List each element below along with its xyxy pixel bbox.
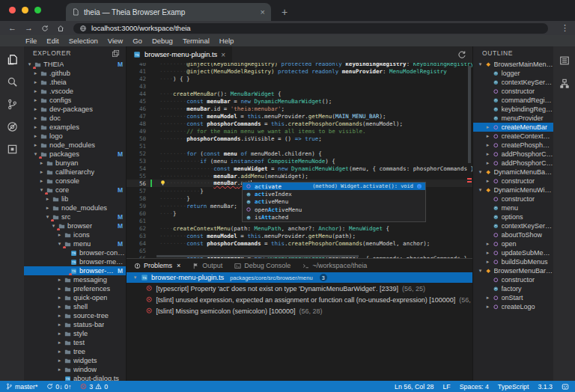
tree-item-node-modules[interactable]: ▸node_modules	[24, 203, 126, 212]
code-line-45[interactable]: 45········const menuBar = new DynamicMen…	[127, 97, 472, 105]
tree-item-bunyan[interactable]: ▸bunyan	[24, 159, 126, 168]
chevron-expanded-icon[interactable]: ▾	[27, 61, 32, 67]
address-bar[interactable]: localhost:3000/workspace/theia	[73, 23, 548, 34]
tree-item-lib[interactable]: ▸lib	[24, 195, 126, 203]
tree-item-menu[interactable]: ▾menuM	[24, 239, 126, 248]
tree-item-src[interactable]: ▾srcM	[24, 212, 126, 221]
status-item[interactable]: TypeScript	[498, 383, 529, 391]
outline-item-options[interactable]: options	[473, 212, 553, 221]
tree-item-browser[interactable]: ▾browserM	[24, 221, 126, 230]
chevron-collapsed-icon[interactable]: ▸	[33, 79, 38, 85]
chevron-collapsed-icon[interactable]: ▸	[485, 241, 490, 247]
outline-item-menu[interactable]: menu	[473, 203, 553, 212]
tree-item-packages[interactable]: ▾packagesM	[24, 150, 126, 159]
outline-item-contextkeyservice[interactable]: contextKeyService	[473, 78, 553, 87]
reload-button[interactable]	[41, 25, 49, 32]
chevron-collapsed-icon[interactable]: ▸	[33, 133, 38, 139]
info-icon[interactable]: i	[416, 183, 422, 189]
menu-item-terminal[interactable]: Terminal	[183, 37, 210, 45]
chevron-collapsed-icon[interactable]: ▸	[485, 295, 490, 301]
code-line-42[interactable]: 42····) { }	[127, 75, 472, 82]
tree-item-browser-context-menu-r...[interactable]: TSbrowser-context-menu-r...	[24, 248, 126, 257]
editor-vertical-scrollbar[interactable]	[468, 66, 471, 163]
status-item[interactable]: Spaces: 4	[460, 383, 489, 391]
suggestion-item[interactable]: openActiveMenu	[243, 206, 425, 213]
editor-tab-close-icon[interactable]: ×	[221, 51, 225, 59]
chevron-collapsed-icon[interactable]: ▸	[485, 259, 490, 265]
problems-file-row[interactable]: ▾ TS browser-menu-plugin.ts packages/cor…	[127, 272, 472, 283]
outline-item-createphosphorcomma-[interactable]: ▸createPhosphorComma...	[473, 141, 553, 150]
outline-item-contextkeyservice[interactable]: contextKeyService	[473, 221, 553, 230]
outline-item-menuprovider[interactable]: menuProvider	[473, 114, 553, 123]
home-button[interactable]	[57, 25, 64, 32]
chevron-expanded-icon[interactable]: ▾	[57, 241, 62, 247]
problem-row[interactable]: [tslint] Missing semicolon (semicolon) […	[127, 305, 472, 316]
outline-item-createmenubar[interactable]: ▸createMenuBar	[473, 123, 553, 132]
chevron-collapsed-icon[interactable]: ▸	[57, 232, 62, 238]
outline-item-keybindingregistry[interactable]: keybindingRegistry	[473, 105, 553, 114]
outline-item-browsermenubarcontrib-[interactable]: ▾BrowserMenuBarContrib...	[473, 266, 553, 275]
tree-item-widgets[interactable]: ▸widgets	[24, 356, 126, 365]
chevron-collapsed-icon[interactable]: ▸	[485, 151, 490, 157]
code-line-63[interactable]: 63········const menuModel = this.menuPro…	[127, 232, 472, 239]
outline-item-constructor[interactable]: constructor	[473, 195, 553, 203]
code-line-48[interactable]: 48········const phosphorCommands = this.…	[127, 120, 472, 127]
outline-item-addphosphorcommand[interactable]: ▸addPhosphorCommand	[473, 159, 553, 168]
chevron-collapsed-icon[interactable]: ▸	[57, 331, 62, 337]
open-editors-icon[interactable]	[112, 49, 120, 58]
outline-item-dynamicmenuwidget[interactable]: ▾DynamicMenuWidget	[473, 186, 553, 195]
panel-tab-problems[interactable]: Problems×	[134, 262, 180, 269]
outline-item-dynamicmenubarwidget[interactable]: ▾DynamicMenuBarWidget	[473, 168, 553, 177]
plugin-icon[interactable]	[7, 144, 18, 155]
back-button[interactable]: ←	[8, 24, 16, 32]
tree-item-source-tree[interactable]: ▸source-tree	[24, 311, 126, 320]
outline-item-factory[interactable]: factory	[473, 284, 553, 293]
outline-item-abouttoshow[interactable]: aboutToShow	[473, 230, 553, 239]
status-item[interactable]: 0↓ 0↑	[46, 383, 71, 391]
maximize-window-button[interactable]	[34, 7, 41, 13]
code-line-41[interactable]: 41········@inject(MenuModelRegistry) pro…	[127, 67, 472, 75]
chevron-expanded-icon[interactable]: ▾	[478, 268, 483, 274]
code-line-55[interactable]: 55················menuBar.addMenu(menuWi…	[127, 172, 472, 180]
forward-button[interactable]: →	[25, 24, 33, 32]
chevron-expanded-icon[interactable]: ▾	[39, 187, 44, 193]
browser-menu-icon[interactable]: ⋮	[561, 23, 569, 33]
chevron-collapsed-icon[interactable]: ▸	[57, 286, 62, 292]
chevron-collapsed-icon[interactable]: ▸	[57, 295, 62, 301]
panel-tab-debug-console[interactable]: Debug Console	[234, 262, 290, 269]
chevron-collapsed-icon[interactable]: ▸	[57, 322, 62, 328]
outline-item-open[interactable]: ▸open	[473, 239, 553, 248]
chevron-expanded-icon[interactable]: ▾	[45, 214, 50, 220]
files-icon[interactable]	[7, 54, 18, 65]
tree-item-test[interactable]: ▸test	[24, 338, 126, 347]
chevron-expanded-icon[interactable]: ▾	[478, 61, 483, 67]
tree-item-configs[interactable]: ▸configs	[24, 96, 126, 105]
menu-item-edit[interactable]: Edit	[46, 37, 58, 45]
chevron-collapsed-icon[interactable]: ▸	[33, 124, 38, 130]
chevron-collapsed-icon[interactable]: ▸	[45, 196, 50, 202]
tree-item-doc[interactable]: ▸doc	[24, 114, 126, 123]
chevron-collapsed-icon[interactable]: ▸	[39, 169, 44, 175]
tree-item-browser-menu-plugin.ts[interactable]: TSbrowser-menu-plugin.tsM	[24, 266, 126, 275]
tree-item-window[interactable]: ▸window	[24, 365, 126, 374]
status-item[interactable]: LF	[442, 383, 450, 391]
outline-item-constructor[interactable]: constructor	[473, 87, 553, 96]
chevron-collapsed-icon[interactable]: ▸	[57, 358, 62, 364]
debug-icon[interactable]	[7, 121, 18, 132]
code-line-65[interactable]: 65	[127, 247, 472, 254]
menu-item-go[interactable]: Go	[133, 37, 142, 45]
outline-item-constructor[interactable]: constructor	[473, 275, 553, 284]
code-line-44[interactable]: 44····createMenuBar(): MenuBarWidget {	[127, 90, 472, 97]
suggestion-item[interactable]: activeMenu	[243, 198, 425, 206]
outline-item-createcontextmenu[interactable]: ▸createContextMenu	[473, 132, 553, 141]
code-line-62[interactable]: 62····createContextMenu(path: MenuPath, …	[127, 224, 472, 232]
tree-item-callhierarchy[interactable]: ▸callhierarchy	[24, 168, 126, 177]
tree-item-quick-open[interactable]: ▸quick-open	[24, 293, 126, 302]
code-line-64[interactable]: 64········const phosphorCommands = this.…	[127, 239, 472, 247]
tree-item-style[interactable]: ▸style	[24, 329, 126, 338]
suggestion-item[interactable]: isAttached	[243, 214, 425, 221]
chevron-collapsed-icon[interactable]: ▸	[57, 304, 62, 310]
status-item[interactable]: 3.1.3	[538, 383, 553, 391]
code-line-46[interactable]: 46········menuBar.id = 'theia:menubar';	[127, 105, 472, 112]
feedback-icon[interactable]	[562, 383, 569, 391]
